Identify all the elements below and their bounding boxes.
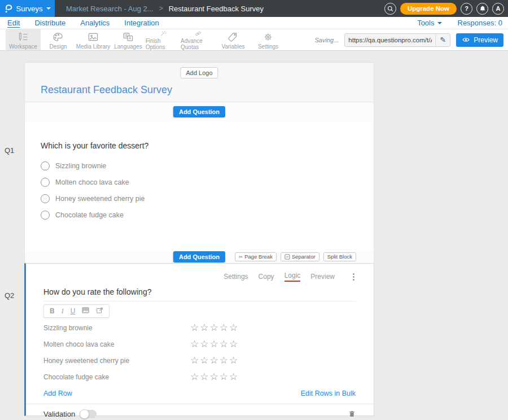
- italic-button[interactable]: I: [62, 307, 64, 315]
- question-2-block[interactable]: Settings Copy Logic Preview How do you r…: [24, 263, 374, 416]
- radio-icon[interactable]: [41, 161, 50, 170]
- tools-menu[interactable]: Tools: [417, 19, 441, 27]
- option-label[interactable]: Chocolate fudge cake: [55, 211, 124, 219]
- star-rating: [190, 339, 238, 349]
- rating-row-label[interactable]: Molten choco lava cake: [43, 340, 190, 348]
- star-icon[interactable]: [220, 323, 228, 333]
- star-icon[interactable]: [200, 323, 208, 333]
- edit-url-pencil-icon[interactable]: ✎: [435, 34, 450, 46]
- bold-button[interactable]: B: [50, 307, 55, 315]
- separator-icon: [284, 254, 290, 260]
- rating-row: Honey sweetened cherry pie: [43, 352, 356, 369]
- avatar[interactable]: A: [492, 3, 504, 15]
- star-icon[interactable]: [220, 356, 228, 365]
- star-icon[interactable]: [229, 323, 238, 333]
- insert-image-button[interactable]: [82, 307, 89, 315]
- q2-menu-copy[interactable]: Copy: [259, 273, 274, 281]
- nav-right-group: Tools Responses: 0: [417, 19, 502, 27]
- add-question-button-bottom[interactable]: Add Question: [173, 251, 225, 262]
- breadcrumb-folder[interactable]: Market Research - Aug 2...: [66, 5, 154, 13]
- star-icon[interactable]: [210, 356, 218, 365]
- validation-label: Validation: [43, 410, 75, 418]
- responses-count[interactable]: Responses: 0: [458, 19, 503, 27]
- star-icon[interactable]: [229, 356, 238, 365]
- toolbar-item-variables[interactable]: Variables: [216, 29, 251, 50]
- rating-row-label[interactable]: Chocolate fudge cake: [43, 373, 190, 381]
- rating-row-label[interactable]: Sizzling brownie: [43, 324, 190, 332]
- toolbar-item-label: Settings: [258, 43, 278, 50]
- validation-toggle[interactable]: [80, 410, 97, 418]
- toolbar-item-media-library[interactable]: Media Library: [76, 29, 111, 50]
- underline-button[interactable]: U: [71, 307, 76, 315]
- delete-question-button[interactable]: [348, 409, 356, 418]
- star-icon[interactable]: [210, 372, 218, 382]
- star-icon[interactable]: [200, 339, 208, 349]
- radio-icon[interactable]: [41, 194, 50, 203]
- option-label[interactable]: Honey sweetened cherry pie: [55, 195, 144, 203]
- separator-button[interactable]: Separator: [281, 252, 319, 261]
- star-icon[interactable]: [229, 372, 238, 382]
- q2-menu-settings[interactable]: Settings: [224, 273, 248, 281]
- tab-analytics[interactable]: Analytics: [80, 19, 110, 27]
- toolbar-item-workspace[interactable]: Workspace: [6, 29, 41, 50]
- question-1-block[interactable]: Which is your favorite dessert? Sizzling…: [24, 121, 374, 251]
- rating-row: Molten choco lava cake: [43, 336, 356, 352]
- star-icon[interactable]: [220, 372, 228, 382]
- workspace-icon: [16, 32, 30, 42]
- tab-edit[interactable]: Edit: [7, 19, 20, 27]
- text-format-toolbar: B I U: [43, 304, 110, 318]
- preview-button[interactable]: Preview: [456, 33, 503, 47]
- star-icon[interactable]: [220, 339, 228, 349]
- chain-link-icon: [191, 30, 205, 37]
- question-1-text[interactable]: Which is your favorite dessert?: [41, 141, 358, 150]
- add-logo-button[interactable]: Add Logo: [180, 67, 218, 78]
- rating-rows: Sizzling brownie Molten choco lava cake …: [43, 320, 356, 385]
- surveys-product-menu[interactable]: Surveys: [0, 0, 55, 17]
- notifications-button[interactable]: [476, 3, 488, 15]
- toolbar-item-design[interactable]: Design: [41, 29, 76, 50]
- help-button[interactable]: ?: [461, 3, 472, 15]
- search-button[interactable]: [384, 3, 396, 15]
- toolbar-item-finish-options[interactable]: Finish Options: [146, 29, 181, 50]
- toolbar-item-label: Finish Options: [146, 38, 181, 50]
- q2-menu-logic[interactable]: Logic: [284, 272, 301, 282]
- toolbar-item-languages[interactable]: A Languages: [111, 29, 146, 50]
- radio-icon[interactable]: [41, 178, 50, 187]
- star-icon[interactable]: [210, 339, 218, 349]
- question-2-text[interactable]: How do you rate the following?: [43, 287, 356, 301]
- star-icon[interactable]: [200, 372, 208, 382]
- star-icon[interactable]: [190, 372, 199, 382]
- tab-distribute[interactable]: Distribute: [34, 19, 65, 27]
- star-icon[interactable]: [190, 339, 199, 349]
- option-label[interactable]: Molten choco lava cake: [55, 178, 129, 186]
- survey-url-group: ✎: [344, 33, 450, 47]
- rating-row-label[interactable]: Honey sweetened cherry pie: [43, 357, 190, 365]
- add-question-button-top[interactable]: Add Question: [173, 106, 225, 117]
- toolbar-item-settings[interactable]: Settings: [251, 29, 286, 50]
- split-block-button[interactable]: Split Block: [323, 252, 356, 261]
- edit-rows-in-bulk-link[interactable]: Edit Rows in Bulk: [301, 390, 356, 397]
- star-icon[interactable]: [190, 323, 199, 333]
- upgrade-now-button[interactable]: Upgrade Now: [400, 3, 457, 15]
- page-break-button[interactable]: ✂ Page Break: [235, 252, 277, 261]
- breadcrumb-survey-name: Restaurant Feedback Survey: [169, 5, 264, 13]
- survey-title[interactable]: Restaurant Feedback Survey: [41, 84, 172, 96]
- page-break-label: Page Break: [244, 253, 273, 260]
- option-label[interactable]: Sizzling brownie: [55, 162, 106, 170]
- star-icon[interactable]: [200, 356, 208, 365]
- radio-icon[interactable]: [41, 211, 50, 220]
- external-link-button[interactable]: [96, 307, 103, 316]
- gear-icon: [261, 32, 275, 42]
- q2-menu-preview[interactable]: Preview: [310, 273, 335, 281]
- star-rating: [190, 372, 238, 382]
- kebab-menu-icon[interactable]: [352, 272, 356, 282]
- scissors-icon: ✂: [239, 254, 243, 260]
- star-icon[interactable]: [229, 339, 238, 349]
- star-icon[interactable]: [210, 323, 218, 333]
- toolbar-item-advance-quotas[interactable]: Advance Quotas: [181, 29, 216, 50]
- survey-url-input[interactable]: [345, 37, 435, 43]
- add-row-link[interactable]: Add Row: [43, 390, 72, 397]
- star-icon[interactable]: [190, 356, 199, 365]
- chevron-down-icon: [46, 7, 51, 10]
- tab-integration[interactable]: Integration: [124, 19, 159, 27]
